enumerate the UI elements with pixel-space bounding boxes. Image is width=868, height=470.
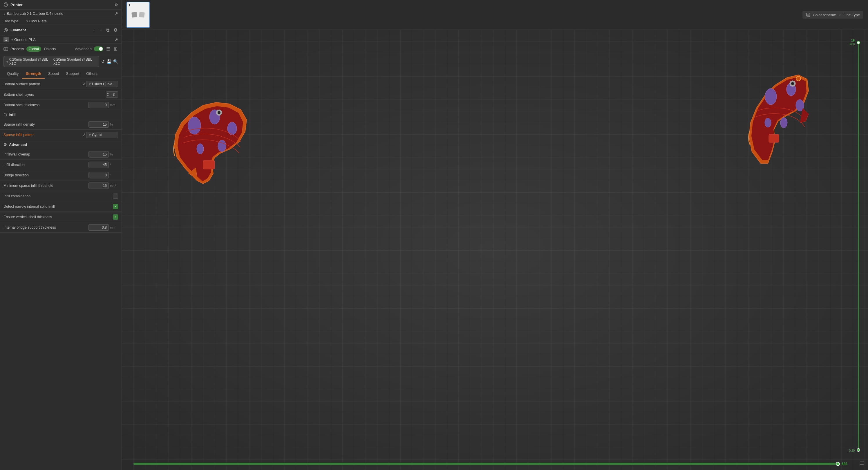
- bottom-shell-thickness-input[interactable]: [89, 102, 109, 108]
- sparse-infill-density-label: Sparse infill density: [3, 122, 89, 126]
- fish-object-right[interactable]: [746, 47, 810, 169]
- sparse-infill-density-input[interactable]: [89, 121, 109, 128]
- filament-chevron: ∨: [11, 38, 13, 41]
- sparse-infill-density-unit: %: [110, 123, 118, 126]
- filament-external-link[interactable]: ↗: [115, 37, 118, 42]
- settings-content: Bottom surface pattern ↺ ∨ Hilbert Curve…: [0, 79, 122, 470]
- detect-narrow-checkbox[interactable]: ✓: [113, 204, 118, 209]
- bottom-right-icon[interactable]: [859, 460, 865, 467]
- object-container: [122, 30, 868, 470]
- internal-bridge-input[interactable]: [89, 224, 109, 231]
- profile-dropdown[interactable]: ∨ 0.20mm Standard @BBL X1C 0.20mm Standa…: [3, 56, 99, 67]
- vertical-slider[interactable]: 19 3.60 0.20: [857, 39, 860, 454]
- color-scheme-bar: Color scheme ∨ Line Type: [802, 11, 863, 19]
- thumbnail-1[interactable]: 1: [126, 2, 150, 28]
- bed-type-value-wrap[interactable]: ∨ Cool Plate: [26, 19, 47, 23]
- bridge-direction-value: °: [89, 172, 118, 179]
- process-header-right: Advanced ☰ ⊞: [75, 46, 118, 52]
- filament-type-dropdown[interactable]: ∨ Generic PLA: [11, 37, 112, 42]
- svg-point-3: [6, 5, 7, 5]
- filament-icon: [3, 28, 8, 32]
- infill-combination-checkbox[interactable]: [113, 193, 118, 199]
- fish-svg-right: [746, 47, 810, 169]
- filament-item-row: 1 ∨ Generic PLA ↗: [0, 35, 122, 44]
- tab-objects[interactable]: Objects: [42, 46, 58, 52]
- printer-model-dropdown[interactable]: ∨ Bambu Lab X1 Carbon 0.4 nozzle: [3, 11, 63, 15]
- bottom-shell-thickness-unit: mm: [110, 103, 118, 107]
- pattern-refresh-icon[interactable]: ↺: [83, 82, 85, 86]
- tab-quality[interactable]: Quality: [3, 69, 22, 79]
- thumbnail-strip: 1: [126, 2, 150, 28]
- printer-settings-icon[interactable]: ⚙: [115, 3, 118, 7]
- detect-narrow-label: Detect narrow internal solid infill: [3, 205, 113, 209]
- printer-header-left: Printer: [3, 2, 23, 7]
- bottom-shell-layers-label: Bottom shell layers: [3, 93, 106, 97]
- filament-remove-btn[interactable]: −: [99, 28, 103, 33]
- main-area: 1 Color scheme ∨ Line Type: [122, 0, 868, 470]
- filament-num-badge: 1: [3, 37, 9, 42]
- bottom-shell-thickness-value: mm: [89, 102, 118, 108]
- profile-action-btns: ↺ 💾 🔍: [101, 59, 118, 64]
- sparse-infill-pattern-value: ↺ ∨ Gyroid: [83, 132, 118, 138]
- ensure-vertical-checkbox[interactable]: ✓: [113, 214, 118, 220]
- filament-settings-btn[interactable]: ⚙: [113, 27, 118, 33]
- min-sparse-infill-row: Minimum sparse infill threshold mm²: [0, 181, 122, 191]
- svg-point-13: [188, 117, 201, 134]
- infill-direction-input[interactable]: [89, 162, 109, 168]
- svg-point-28: [791, 82, 794, 85]
- infill-wall-overlap-input[interactable]: [89, 151, 109, 158]
- infill-combination-value: [113, 193, 118, 199]
- spinner-arrows[interactable]: ▲ ▼: [106, 92, 110, 97]
- thumbnail-objects: [132, 12, 145, 18]
- process-list-btn[interactable]: ☰: [105, 46, 111, 52]
- tab-speed[interactable]: Speed: [45, 69, 63, 79]
- advanced-toggle-label: Advanced: [75, 47, 92, 51]
- infill-wall-overlap-unit: %: [110, 153, 118, 156]
- sparse-infill-pattern-dropdown[interactable]: ∨ Gyroid: [86, 132, 118, 138]
- profile-refresh-btn[interactable]: ↺: [101, 59, 105, 64]
- slider-handle-top[interactable]: [857, 41, 860, 44]
- bed-type-value: Cool Plate: [29, 19, 47, 23]
- internal-bridge-row: Internal bridge support thickness mm: [0, 222, 122, 233]
- profile-search-btn[interactable]: 🔍: [113, 59, 118, 64]
- profile-save-btn[interactable]: 💾: [106, 59, 112, 64]
- tab-strength[interactable]: Strength: [22, 69, 44, 79]
- spinner-up[interactable]: ▲: [107, 92, 109, 95]
- bridge-direction-input[interactable]: [89, 172, 109, 179]
- sparse-pattern-refresh-icon[interactable]: ↺: [83, 133, 85, 137]
- advanced-toggle[interactable]: [94, 46, 103, 51]
- process-scope-tabs: Global Objects: [26, 46, 58, 52]
- bottom-surface-pattern-dropdown[interactable]: ∨ Hilbert Curve: [86, 81, 118, 87]
- slider-top-label: 19: [851, 39, 855, 42]
- slider-handle-bottom[interactable]: [857, 448, 860, 452]
- tab-global[interactable]: Global: [26, 46, 41, 52]
- process-grid-btn[interactable]: ⊞: [113, 46, 118, 52]
- chevron-icon: ∨: [3, 12, 5, 15]
- tab-others[interactable]: Others: [83, 69, 101, 79]
- svg-point-29: [796, 76, 801, 81]
- printer-external-link[interactable]: ↗: [115, 11, 118, 15]
- svg-rect-26: [769, 134, 779, 143]
- process-category-tabs: Quality Strength Speed Support Others: [0, 69, 122, 79]
- min-sparse-infill-unit: mm²: [110, 184, 118, 187]
- infill-direction-label: Infill direction: [3, 163, 89, 167]
- spinner-down[interactable]: ▼: [107, 95, 109, 97]
- printer-label: Printer: [10, 3, 23, 7]
- tab-support[interactable]: Support: [63, 69, 83, 79]
- svg-rect-31: [860, 463, 864, 463]
- min-sparse-infill-input[interactable]: [89, 183, 109, 189]
- min-sparse-infill-value: mm²: [89, 183, 118, 189]
- viewport[interactable]: 19 3.60 0.20 683: [122, 30, 868, 470]
- progress-bar[interactable]: [133, 463, 839, 465]
- progress-handle[interactable]: [836, 462, 840, 466]
- slider-track: [858, 44, 859, 448]
- fish-object-left[interactable]: [168, 88, 249, 187]
- bottom-shell-layers-spinner[interactable]: ▲ ▼ 3: [106, 91, 118, 98]
- bridge-direction-unit: °: [110, 174, 118, 177]
- process-header-left: Process Global Objects: [3, 46, 58, 52]
- infill-label: Infill: [9, 113, 17, 117]
- check-mark-2: ✓: [114, 215, 117, 219]
- filament-add-btn[interactable]: +: [92, 28, 96, 33]
- svg-point-5: [5, 29, 7, 31]
- filament-copy-btn[interactable]: ⧉: [105, 28, 110, 33]
